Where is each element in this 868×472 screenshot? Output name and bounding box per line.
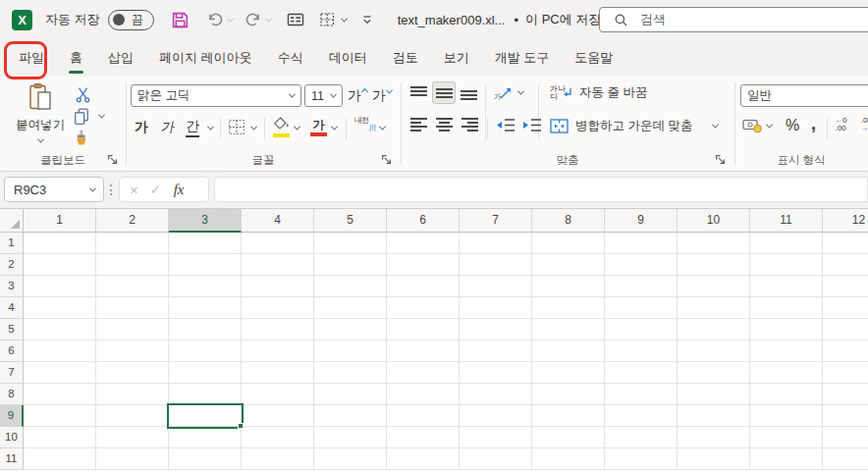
grid-cell[interactable] xyxy=(823,362,868,384)
font-color-chevron-icon[interactable] xyxy=(331,124,338,131)
grid-cell[interactable] xyxy=(242,254,314,276)
grid-cell[interactable] xyxy=(532,362,605,384)
grid-cell[interactable] xyxy=(24,341,96,362)
grid-cell[interactable] xyxy=(96,297,169,319)
formula-bar-grip-icon[interactable] xyxy=(110,184,112,195)
grid-cell[interactable] xyxy=(314,254,387,276)
merge-center-chevron-icon[interactable] xyxy=(712,122,719,129)
grid-cell[interactable] xyxy=(242,405,314,427)
accounting-format-chevron-icon[interactable] xyxy=(766,122,773,129)
align-right-button[interactable] xyxy=(461,118,478,131)
grid-cell[interactable] xyxy=(242,384,314,405)
tab-insert[interactable]: 삽입 xyxy=(95,39,146,77)
grid-cell[interactable] xyxy=(96,448,169,470)
grid-cell[interactable] xyxy=(96,254,169,276)
grid-cell[interactable] xyxy=(460,233,532,254)
column-header[interactable]: 11 xyxy=(750,209,823,233)
grid-cell[interactable] xyxy=(605,341,678,362)
row-header[interactable]: 2 xyxy=(0,254,24,276)
grid-cell[interactable] xyxy=(678,405,750,427)
select-all-button[interactable] xyxy=(0,209,24,233)
tab-review[interactable]: 검토 xyxy=(380,39,431,77)
font-name-chevron-icon[interactable] xyxy=(289,91,296,98)
grid-cell[interactable] xyxy=(96,276,169,297)
paste-chevron-icon[interactable] xyxy=(36,136,43,143)
grid-cell[interactable] xyxy=(678,341,750,362)
grid-cell[interactable] xyxy=(169,405,242,427)
grid-cell[interactable] xyxy=(460,362,532,384)
grid-cell[interactable] xyxy=(532,405,605,427)
save-button[interactable] xyxy=(171,11,190,29)
phonetic-guide-button[interactable]: 내천 川 xyxy=(354,117,376,132)
grid-cell[interactable] xyxy=(169,319,242,341)
grid-cell[interactable] xyxy=(96,319,169,341)
grid-cell[interactable] xyxy=(387,319,460,341)
number-format-combobox[interactable]: 일반 xyxy=(740,84,868,107)
row-header[interactable]: 3 xyxy=(0,276,24,297)
grid-cell[interactable] xyxy=(460,276,532,297)
grid-cell[interactable] xyxy=(242,341,314,362)
grid-cell[interactable] xyxy=(823,427,868,448)
undo-dropdown-chevron-icon[interactable] xyxy=(227,15,234,22)
grid-cell[interactable] xyxy=(823,254,868,276)
grid-cell[interactable] xyxy=(24,405,96,427)
orientation-button[interactable]: 가 xyxy=(493,84,515,102)
form-view-button[interactable] xyxy=(286,11,305,28)
quick-access-overflow-button[interactable] xyxy=(360,13,374,26)
grid-cell[interactable] xyxy=(605,362,678,384)
grid-cell[interactable] xyxy=(169,254,242,276)
tab-file[interactable]: 파일 xyxy=(6,39,57,77)
format-painter-button[interactable] xyxy=(73,129,90,149)
font-color-button[interactable]: 가 xyxy=(310,117,327,136)
grid-cell[interactable] xyxy=(96,341,169,362)
decrease-font-size-button[interactable]: 가 xyxy=(372,87,392,105)
undo-button[interactable] xyxy=(206,11,233,28)
grid-cell[interactable] xyxy=(750,362,823,384)
grid-cell[interactable] xyxy=(750,276,823,297)
grid-cell[interactable] xyxy=(169,448,242,470)
row-header[interactable]: 1 xyxy=(0,233,24,254)
grid-cell[interactable] xyxy=(823,405,868,427)
align-top-button[interactable] xyxy=(410,86,427,100)
grid-cell[interactable] xyxy=(169,276,242,297)
grid-cell[interactable] xyxy=(605,297,678,319)
percent-style-button[interactable]: % xyxy=(786,117,799,134)
accounting-format-button[interactable] xyxy=(742,118,763,136)
grid-cell[interactable] xyxy=(460,448,532,470)
copy-chevron-icon[interactable] xyxy=(98,112,105,119)
name-box[interactable]: R9C3 xyxy=(4,177,104,202)
grid-cell[interactable] xyxy=(678,448,750,470)
redo-dropdown-chevron-icon[interactable] xyxy=(265,15,272,22)
grid-cell[interactable] xyxy=(460,405,532,427)
grid-cell[interactable] xyxy=(605,427,678,448)
orientation-chevron-icon[interactable] xyxy=(517,88,524,95)
copy-button[interactable] xyxy=(73,107,90,129)
grid-cell[interactable] xyxy=(532,254,605,276)
column-header[interactable]: 5 xyxy=(314,209,387,233)
grid-cell[interactable] xyxy=(678,233,750,254)
grid-cell[interactable] xyxy=(678,276,750,297)
increase-font-size-button[interactable]: 가 xyxy=(348,87,367,105)
cut-button[interactable] xyxy=(75,86,91,106)
grid-cell[interactable] xyxy=(460,384,532,405)
grid-cell[interactable] xyxy=(605,276,678,297)
tab-home[interactable]: 홈 xyxy=(57,39,95,77)
column-header[interactable]: 2 xyxy=(96,209,169,233)
grid-cell[interactable] xyxy=(314,405,387,427)
grid-cell[interactable] xyxy=(314,341,387,362)
grid-cell[interactable] xyxy=(387,362,460,384)
grid-cell[interactable] xyxy=(242,276,314,297)
grid-cell[interactable] xyxy=(96,233,169,254)
grid-cell[interactable] xyxy=(169,233,242,254)
enter-button[interactable]: ✓ xyxy=(150,183,161,197)
grid-cell[interactable] xyxy=(532,297,605,319)
grid-cell[interactable] xyxy=(314,276,387,297)
grid-cell[interactable] xyxy=(387,254,460,276)
grid-cell[interactable] xyxy=(460,319,532,341)
underline-button[interactable]: 간 xyxy=(186,118,199,137)
name-box-chevron-icon[interactable] xyxy=(89,184,96,191)
grid-cell[interactable] xyxy=(24,319,96,341)
grid-cell[interactable] xyxy=(24,276,96,297)
grid-cell[interactable] xyxy=(387,448,460,470)
draw-borders-chevron-icon[interactable] xyxy=(341,15,348,22)
